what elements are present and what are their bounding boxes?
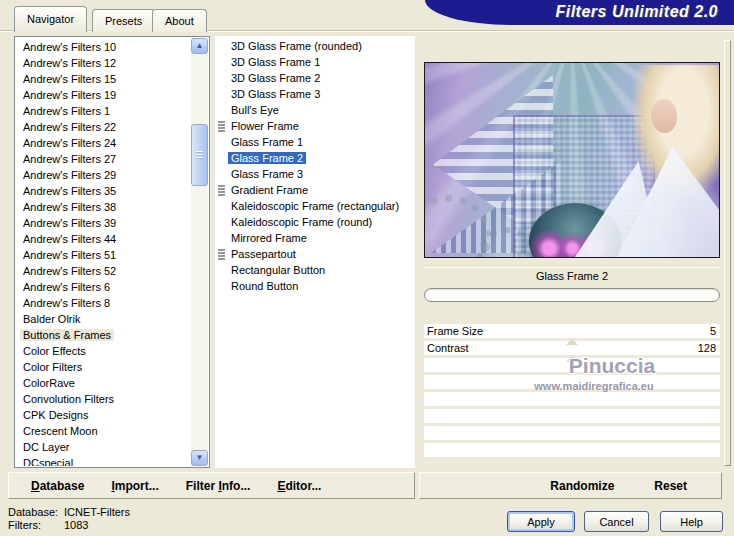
help-button[interactable]: Help [660,511,723,532]
category-items: Andrew's Filters 10 Andrew's Filters 12 … [16,38,191,466]
category-list-item[interactable]: Buttons & Frames [16,327,191,343]
filter-list-item[interactable]: Rectangular Button [215,262,415,278]
filter-list-item[interactable]: Kaleidoscopic Frame (round) [215,214,415,230]
slider-value: 5 [710,324,716,338]
category-list-item[interactable]: CPK Designs [16,407,191,423]
status-database-value: ICNET-Filters [64,506,130,519]
category-list-item[interactable]: Andrew's Filters 6 [16,279,191,295]
filter-info-button[interactable]: Filter Info... [186,479,251,493]
cancel-button[interactable]: Cancel [584,511,649,532]
filter-list-item[interactable]: 3D Glass Frame 1 [215,54,415,70]
slider-thumb[interactable] [566,338,578,345]
frame-size-slider[interactable]: Frame Size 5 [424,324,720,338]
category-list-item[interactable]: Andrew's Filters 10 [16,39,191,55]
toolbar-left: Database Import... Filter Info... Editor… [8,472,415,499]
category-list-item[interactable]: Andrew's Filters 15 [16,71,191,87]
panel-splitter[interactable] [724,40,731,466]
category-list-item[interactable]: Andrew's Filters 8 [16,295,191,311]
category-list-item[interactable]: Andrew's Filters 19 [16,87,191,103]
empty-slider-row [424,409,720,423]
tab-navigator[interactable]: Navigator [14,6,87,32]
category-list-item[interactable]: Andrew's Filters 38 [16,199,191,215]
preview-art-face [651,99,677,133]
parameter-sliders: Frame Size 5 Contrast 128 [424,324,720,460]
category-list-item[interactable]: DCspecial [16,455,191,466]
scroll-down-icon[interactable]: ▼ [191,450,208,466]
filter-list-item[interactable]: Passepartout [215,246,415,262]
filter-list-item[interactable]: Bull's Eye [215,102,415,118]
reset-button[interactable]: Reset [654,479,687,493]
category-list-item[interactable]: Andrew's Filters 1 [16,103,191,119]
preview-panel: Glass Frame 2 Frame Size 5 Contrast 128 … [420,36,734,470]
randomize-button[interactable]: Randomize [550,479,614,493]
category-list-item[interactable]: ColorRave [16,375,191,391]
apply-button[interactable]: Apply [507,511,575,532]
status-filters-label: Filters: [8,519,41,532]
tab-presets[interactable]: Presets [92,9,155,32]
import-button[interactable]: Import... [111,479,158,493]
category-scrollbar[interactable]: ▲ ▼ [191,38,208,466]
filter-list-item[interactable]: Glass Frame 2 [215,150,415,166]
filter-list-item[interactable]: Glass Frame 1 [215,134,415,150]
category-list-item[interactable]: Crescent Moon [16,423,191,439]
slider-label: Contrast [427,341,469,355]
filter-list-item[interactable]: Mirrored Frame [215,230,415,246]
title-banner: Filters Unlimited 2.0 [425,0,734,25]
filter-list-item[interactable]: 3D Glass Frame 2 [215,70,415,86]
empty-slider-rows [424,358,720,457]
status-filters-value: 1083 [64,519,88,532]
editor-button[interactable]: Editor... [277,479,321,493]
filter-list-item[interactable]: 3D Glass Frame (rounded) [215,38,415,54]
filter-list-item[interactable]: Flower Frame [215,118,415,134]
filter-list-item[interactable]: 3D Glass Frame 3 [215,86,415,102]
category-list-item[interactable]: Andrew's Filters 35 [16,183,191,199]
preset-grip-icon [218,185,225,196]
empty-slider-row [424,392,720,406]
empty-slider-row [424,375,720,389]
category-list-item[interactable]: Andrew's Filters 44 [16,231,191,247]
empty-slider-row [424,443,720,457]
filter-list-item[interactable]: Kaleidoscopic Frame (rectangular) [215,198,415,214]
category-list-item[interactable]: Andrew's Filters 12 [16,55,191,71]
preview-progress-bar [424,288,720,302]
category-list-item[interactable]: Andrew's Filters 24 [16,135,191,151]
slider-value: 128 [698,341,716,355]
filter-list-item[interactable]: Glass Frame 3 [215,166,415,182]
category-list-item[interactable]: Balder Olrik [16,311,191,327]
empty-slider-row [424,426,720,440]
toolbar-right: Randomize Reset [419,472,722,499]
category-list-item[interactable]: Andrew's Filters 51 [16,247,191,263]
filter-list-item[interactable]: Round Button [215,278,415,294]
category-list: Andrew's Filters 10 Andrew's Filters 12 … [14,36,210,468]
filter-list-item[interactable]: Gradient Frame [215,182,415,198]
category-list-item[interactable]: Andrew's Filters 27 [16,151,191,167]
filter-list: 3D Glass Frame (rounded) 3D Glass Frame … [215,36,415,468]
scroll-up-icon[interactable]: ▲ [191,38,208,54]
category-list-item[interactable]: Color Filters [16,359,191,375]
status-database-label: Database: [8,506,58,519]
preview-image[interactable] [424,62,720,258]
category-list-item[interactable]: DC Layer [16,439,191,455]
database-button[interactable]: Database [31,479,84,493]
slider-thumb[interactable] [566,355,578,362]
slider-label: Frame Size [427,324,483,338]
category-list-item[interactable]: Andrew's Filters 39 [16,215,191,231]
app-title: Filters Unlimited 2.0 [555,3,718,21]
preset-grip-icon [218,249,225,260]
selected-filter-name: Glass Frame 2 [424,267,720,284]
category-list-item[interactable]: Andrew's Filters 22 [16,119,191,135]
category-list-item[interactable]: Andrew's Filters 52 [16,263,191,279]
category-list-item[interactable]: Andrew's Filters 29 [16,167,191,183]
preset-grip-icon [218,121,225,132]
category-list-item[interactable]: Color Effects [16,343,191,359]
category-list-item[interactable]: Convolution Filters [16,391,191,407]
tab-about[interactable]: About [152,9,207,32]
scrollbar-thumb[interactable] [191,124,208,186]
